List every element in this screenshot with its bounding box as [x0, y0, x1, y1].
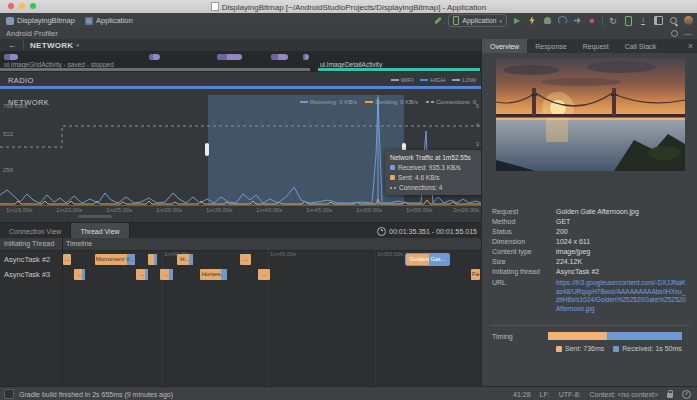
profile-icon[interactable] [557, 15, 567, 26]
request-block-label: ... [258, 269, 270, 280]
y-axis-label: 768 KB/s [3, 103, 27, 109]
lock-icon[interactable] [667, 393, 673, 398]
separator [23, 41, 24, 50]
attach-debugger-icon[interactable] [572, 15, 582, 26]
request-block[interactable]: ... [74, 269, 85, 280]
timing-label: Timing [492, 333, 513, 340]
status-item[interactable]: UTF-8: [559, 391, 581, 398]
received-color-swatch [613, 346, 619, 352]
network-chart[interactable]: NETWORK Receiving: 0 KB/sSending: 0 KB/s… [0, 95, 481, 222]
time-axis-tick: 1m50.00s [356, 207, 382, 213]
connections-axis-label: 5 [476, 103, 479, 109]
thread-view-table[interactable]: Initiating Thread Timeline 1m40.00s1m45.… [0, 238, 481, 386]
request-url-link[interactable]: https://lh3.googleusercontent.com/-DXJJN… [556, 279, 688, 313]
stage-select[interactable]: NETWORK [30, 41, 73, 50]
request-block[interactable]: Fa [471, 269, 480, 280]
status-message: Gradle build finished in 2s 655ms (9 min… [19, 391, 173, 398]
radio-label: RADIO [8, 76, 34, 85]
network-legend-item: Receiving: 0 KB/s [300, 99, 357, 105]
tab-connection-view[interactable]: Connection View [0, 223, 71, 239]
timeline-scrollbar[interactable] [78, 215, 112, 218]
network-legend-label: Receiving: 0 KB/s [310, 99, 357, 105]
tab-thread-view[interactable]: Thread View [71, 223, 129, 239]
project-icon [6, 17, 14, 25]
activity-event-pill [149, 54, 160, 60]
timeline-grid-label: 1m50.00s [377, 251, 403, 257]
status-item[interactable]: 41:28 [513, 391, 531, 398]
breadcrumb-project[interactable]: DisplayingBitmap [6, 16, 75, 25]
wrench-icon[interactable] [433, 15, 443, 26]
tooltip-row: Received: 935.3 KB/s [390, 164, 481, 171]
field-row: MethodGET [482, 216, 697, 226]
radio-legend-item: WIFI [391, 77, 414, 83]
memory-indicator-icon[interactable] [682, 390, 691, 399]
request-block[interactable]: Horses... [200, 269, 227, 280]
toolwindow-toggle-icon[interactable] [4, 389, 14, 399]
tab-overview[interactable]: Overview [482, 39, 527, 53]
field-row: Initiating threadAsyncTask #2 [482, 266, 697, 276]
status-item[interactable]: Context: <no context> [590, 391, 659, 398]
request-block[interactable]: Monument V... [95, 254, 135, 265]
timing-sent-segment [548, 332, 607, 340]
main-toolbar: DisplayingBitmap Application Application… [0, 13, 697, 29]
network-tooltip: Network Traffic at 1m52.55s Received: 93… [385, 150, 481, 195]
avatar-icon[interactable] [683, 15, 693, 26]
timing-bar [548, 332, 682, 340]
module-icon [85, 17, 93, 25]
time-axis-tick: 1m25.00s [106, 207, 132, 213]
chevron-down-icon: ▾ [499, 18, 502, 24]
connections-axis-label: 3 [476, 141, 479, 147]
detail-tabs: OverviewResponseRequestCall Stack [482, 39, 697, 53]
radio-legend: WIFIHIGHLOW [391, 77, 476, 83]
apply-changes-icon[interactable] [527, 15, 537, 26]
search-everywhere-icon[interactable] [668, 15, 678, 26]
request-block[interactable]: ... [258, 269, 270, 280]
request-block[interactable] [148, 254, 157, 265]
time-axis-tick: 1m40.00s [256, 207, 282, 213]
sent-color-swatch [556, 346, 562, 352]
field-value: GET [556, 218, 570, 225]
request-block[interactable]: ... [63, 254, 71, 265]
tooltip-row: Connections: 4 [390, 184, 481, 191]
sdk-manager-icon[interactable] [638, 15, 648, 26]
request-block[interactable]: ... [240, 254, 251, 265]
document-icon [211, 2, 219, 11]
radio-track[interactable]: RADIO WIFIHIGHLOW [0, 72, 481, 95]
tab-response[interactable]: Response [527, 39, 575, 53]
sync-project-icon[interactable] [608, 15, 618, 26]
breadcrumb-module[interactable]: Application [85, 16, 133, 25]
request-block[interactable]: ... [136, 269, 148, 280]
timeline-gridline [375, 250, 376, 386]
gear-icon[interactable] [671, 30, 678, 37]
tab-request[interactable]: Request [575, 39, 617, 53]
legend-line-icon [365, 101, 373, 103]
request-block[interactable]: ... [160, 269, 173, 280]
layout-inspector-icon[interactable] [653, 15, 663, 26]
network-legend: Receiving: 0 KB/sSending: 0 KB/sConnecti… [300, 99, 476, 105]
divider [490, 325, 690, 326]
stop-icon[interactable] [587, 15, 597, 26]
avd-manager-icon[interactable] [623, 15, 633, 26]
field-value: Golden Gate Afternoon.jpg [556, 208, 639, 215]
run-config-label: Application [462, 17, 496, 24]
legend-line-icon [420, 79, 428, 81]
run-config-select[interactable]: Application ▾ [448, 14, 507, 27]
field-label: Request [482, 208, 556, 215]
tooltip-row-label: Connections: 4 [399, 184, 442, 191]
activity-event-pill [303, 54, 309, 60]
event-timeline[interactable]: ui.ImageGridActivity - saved - stopped u… [0, 51, 481, 72]
debug-icon[interactable] [542, 15, 552, 26]
tab-call-stack[interactable]: Call Stack [617, 39, 665, 53]
back-icon[interactable]: ← [8, 41, 17, 50]
status-item[interactable]: LF: [540, 391, 550, 398]
request-block-label: ... [63, 254, 71, 265]
activity-event-pill [271, 54, 288, 60]
run-icon[interactable] [512, 15, 522, 26]
hide-icon[interactable]: — [684, 32, 692, 36]
close-icon[interactable]: × [688, 41, 693, 51]
y-axis-label: 256 [3, 167, 13, 173]
request-block-label: ... [240, 254, 251, 265]
request-block[interactable]: H... [177, 254, 193, 265]
request-block-selected[interactable]: Golden Gat... [406, 254, 449, 265]
timing-received-legend: Received: 1s 50ms [613, 345, 682, 352]
